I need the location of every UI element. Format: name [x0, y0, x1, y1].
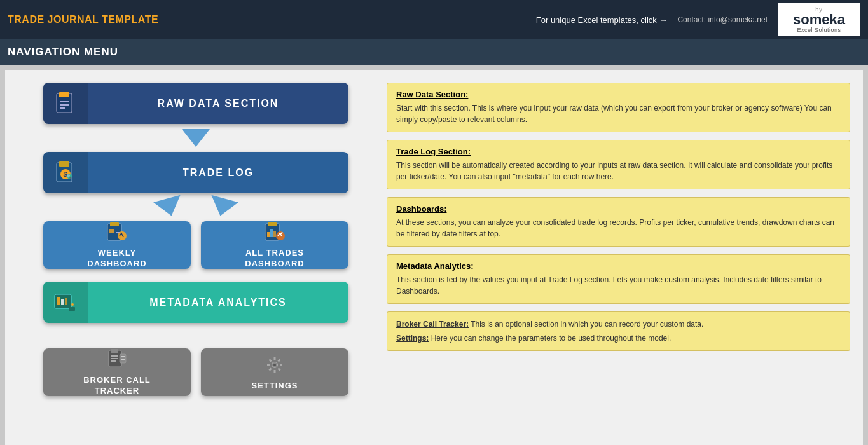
raw-data-button[interactable]: RAW DATA SECTION: [43, 83, 348, 124]
broker-info-text: This is an optional section in which you…: [469, 320, 703, 329]
svg-rect-17: [268, 222, 277, 226]
broker-info-label: Broker Call Tracker:: [396, 320, 469, 329]
svg-point-15: [118, 231, 127, 240]
raw-data-info: Raw Data Section: Start with this sectio…: [387, 83, 850, 132]
raw-data-icon: [43, 83, 88, 124]
svg-rect-3: [60, 104, 69, 106]
left-panel: RAW DATA SECTION $ 🔍 TRADE LOG: [18, 83, 374, 432]
promo-text: For unique Excel templates, click →: [536, 15, 668, 25]
raw-data-label: RAW DATA SECTION: [88, 98, 348, 109]
all-trades-button[interactable]: ALL TRADES DASHBOARD: [201, 221, 348, 269]
weekly-icon: [106, 221, 128, 245]
trade-log-info-title: Trade Log Section:: [396, 147, 841, 156]
main-area: RAW DATA SECTION $ 🔍 TRADE LOG: [5, 70, 863, 445]
logo-tagline: Excel Solutions: [797, 27, 841, 33]
svg-rect-6: [59, 161, 69, 167]
svg-rect-4: [60, 107, 65, 109]
metadata-button[interactable]: METADATA ANALYTICS: [43, 282, 348, 323]
settings-info-text: Here you can change the parameters to be…: [429, 334, 671, 343]
svg-rect-25: [65, 298, 67, 305]
arrow-down-1: [182, 129, 210, 147]
svg-line-44: [270, 368, 272, 370]
svg-rect-20: [273, 231, 276, 237]
svg-rect-26: [69, 307, 75, 311]
trade-log-info-text: This section will be automatically creat…: [396, 160, 841, 182]
arrow-right: [207, 195, 238, 219]
right-panel: Raw Data Section: Start with this sectio…: [387, 83, 850, 432]
svg-rect-1: [59, 92, 69, 97]
svg-rect-12: [110, 222, 119, 226]
svg-line-43: [279, 359, 280, 361]
broker-info-line: Broker Call Tracker: This is an optional…: [396, 318, 841, 330]
bottom-row: BROKER CALL TRACKER: [43, 348, 348, 396]
svg-rect-35: [121, 359, 125, 360]
svg-rect-13: [109, 229, 114, 233]
dashboards-info: Dashboards: At these sections, you can a…: [387, 197, 850, 247]
nav-bar: NAVIGATION MENU: [0, 39, 868, 65]
svg-rect-34: [121, 356, 125, 357]
broker-label: BROKER CALL TRACKER: [83, 375, 151, 396]
svg-rect-31: [111, 358, 118, 359]
svg-line-41: [270, 359, 272, 361]
all-trades-label: ALL TRADES DASHBOARD: [245, 248, 305, 269]
dashboards-info-text: At these sections, you can analyze your …: [396, 217, 841, 240]
settings-label: SETTINGS: [251, 381, 298, 392]
metadata-label: METADATA ANALYTICS: [88, 297, 348, 308]
svg-rect-2: [60, 101, 69, 102]
svg-point-27: [71, 303, 74, 306]
settings-info-line: Settings: Here you can change the parame…: [396, 332, 841, 344]
metadata-info: Metadata Analytics: This section is fed …: [387, 254, 850, 304]
broker-settings-info: Broker Call Tracker: This is an optional…: [387, 312, 850, 351]
app-title: TRADE JOURNAL TEMPLATE: [8, 14, 158, 25]
svg-rect-29: [111, 349, 118, 353]
broker-button[interactable]: BROKER CALL TRACKER: [43, 348, 191, 396]
trade-log-button[interactable]: $ 🔍 TRADE LOG: [43, 152, 348, 193]
split-arrows: [155, 198, 237, 216]
header: TRADE JOURNAL TEMPLATE For unique Excel …: [0, 0, 868, 39]
svg-rect-19: [270, 229, 273, 237]
dashboard-row: WEEKLY DASHBOARD: [43, 221, 348, 269]
svg-rect-18: [267, 232, 270, 237]
metadata-info-title: Metadata Analytics:: [396, 261, 841, 271]
svg-rect-23: [57, 297, 60, 305]
metadata-info-text: This section is fed by the values you in…: [396, 274, 841, 297]
nav-bar-label: NAVIGATION MENU: [8, 46, 118, 58]
all-trades-icon: [263, 221, 286, 245]
svg-rect-30: [111, 355, 118, 357]
svg-point-46: [273, 364, 276, 366]
svg-rect-32: [111, 360, 116, 362]
dashboards-info-title: Dashboards:: [396, 204, 841, 214]
contact-text: Contact: info@someka.net: [677, 15, 768, 24]
svg-text:🔍: 🔍: [66, 174, 72, 179]
trade-log-info: Trade Log Section: This section will be …: [387, 140, 850, 189]
weekly-label: WEEKLY DASHBOARD: [87, 248, 147, 269]
header-right: For unique Excel templates, click → Cont…: [536, 3, 860, 36]
broker-icon: [106, 348, 128, 373]
metadata-icon: [43, 282, 88, 323]
trade-log-icon: $ 🔍: [43, 152, 88, 193]
svg-point-21: [276, 231, 285, 240]
settings-info-label: Settings:: [396, 334, 429, 343]
settings-button[interactable]: SETTINGS: [201, 348, 348, 396]
arrow-left: [153, 195, 185, 219]
logo-name: someka: [793, 13, 845, 27]
svg-line-42: [279, 368, 280, 370]
trade-log-label: TRADE LOG: [88, 167, 348, 179]
raw-data-info-text: Start with this section. This is where y…: [396, 102, 841, 125]
weekly-dashboard-button[interactable]: WEEKLY DASHBOARD: [43, 221, 191, 269]
raw-data-info-title: Raw Data Section:: [396, 90, 841, 99]
someka-logo[interactable]: by someka Excel Solutions: [778, 3, 860, 36]
settings-icon: [263, 353, 286, 378]
svg-rect-24: [61, 299, 64, 305]
